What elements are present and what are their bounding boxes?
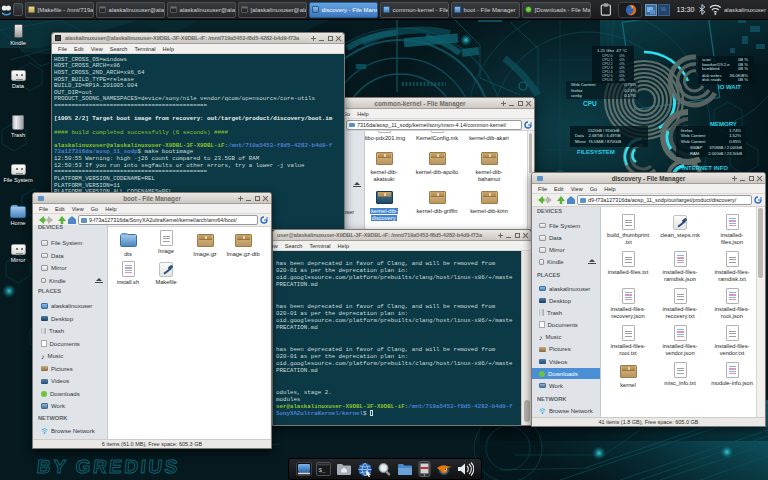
svg-text:$_: $_ bbox=[319, 467, 327, 474]
svg-text:BY GREDIUS: BY GREDIUS bbox=[36, 456, 181, 477]
